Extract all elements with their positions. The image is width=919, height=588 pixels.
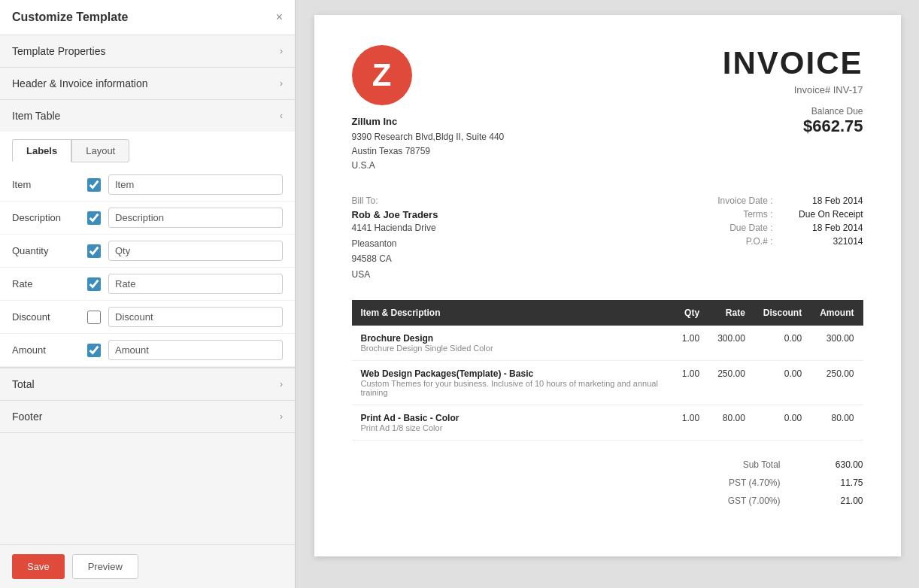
meta-value: Due On Receipt bbox=[788, 209, 863, 220]
checkbox-quantity[interactable] bbox=[87, 244, 101, 258]
field-label-discount: Discount bbox=[12, 311, 80, 323]
company-logo: Z bbox=[352, 45, 412, 105]
accordion-header-total[interactable]: Total › bbox=[0, 368, 295, 400]
close-button[interactable]: × bbox=[276, 11, 283, 24]
save-button[interactable]: Save bbox=[12, 554, 65, 579]
input-rate[interactable] bbox=[108, 274, 283, 294]
invoice-number: Invoice# INV-17 bbox=[723, 84, 863, 95]
fields-container: Item Description Quantity bbox=[0, 162, 295, 367]
accordion-label-header-invoice: Header & Invoice information bbox=[12, 77, 148, 89]
input-item[interactable] bbox=[108, 174, 283, 195]
input-amount[interactable] bbox=[108, 340, 283, 360]
item-description: Brochure Design Single Sided Color bbox=[361, 344, 664, 353]
total-key: PST (4.70%) bbox=[638, 477, 781, 488]
total-row: GST (7.00%) 21.00 bbox=[638, 492, 863, 510]
bill-to-block: Bill To: Rob & Joe Traders 4141 Hacienda… bbox=[352, 195, 438, 282]
item-discount: 0.00 bbox=[754, 405, 811, 440]
col-header-item-desc: Item & Description bbox=[352, 300, 673, 326]
meta-row: Terms : Due On Receipt bbox=[717, 209, 863, 220]
accordion-header-header-invoice[interactable]: Header & Invoice information › bbox=[0, 68, 295, 99]
preview-button[interactable]: Preview bbox=[72, 554, 138, 579]
accordion-header-template-properties[interactable]: Template Properties › bbox=[0, 35, 295, 67]
field-label-rate: Rate bbox=[12, 278, 80, 289]
company-info: Zillum Inc 9390 Research Blvd,Bldg II, S… bbox=[352, 114, 505, 173]
logo-letter: Z bbox=[372, 57, 392, 93]
chevron-right-icon-footer: › bbox=[280, 411, 283, 422]
balance-amount: $662.75 bbox=[723, 117, 863, 136]
field-row-discount: Discount bbox=[0, 301, 295, 334]
accordion-label-template-properties: Template Properties bbox=[12, 45, 106, 57]
item-amount: 250.00 bbox=[811, 360, 863, 405]
bill-to-label: Bill To: bbox=[352, 195, 438, 206]
item-desc-cell: Brochure Design Brochure Design Single S… bbox=[352, 326, 673, 361]
table-row: Print Ad - Basic - Color Print Ad 1/8 si… bbox=[352, 405, 863, 440]
field-label-amount: Amount bbox=[12, 344, 80, 356]
item-amount: 300.00 bbox=[811, 326, 863, 361]
bill-address1: 4141 Hacienda Drive bbox=[352, 220, 438, 235]
meta-key: P.O.# : bbox=[746, 236, 773, 247]
meta-key: Invoice Date : bbox=[717, 195, 772, 206]
chevron-up-icon: ‹ bbox=[280, 111, 283, 121]
right-panel: Z Zillum Inc 9390 Research Blvd,Bldg II,… bbox=[296, 0, 919, 588]
checkbox-item[interactable] bbox=[87, 178, 101, 192]
item-discount: 0.00 bbox=[754, 326, 811, 361]
input-discount[interactable] bbox=[108, 307, 283, 327]
col-header-rate: Rate bbox=[708, 300, 754, 326]
checkbox-discount[interactable] bbox=[87, 311, 101, 324]
col-header-amount: Amount bbox=[811, 300, 863, 326]
field-row-quantity: Quantity bbox=[0, 235, 295, 268]
table-header-row: Item & Description Qty Rate Discount Amo… bbox=[352, 300, 863, 326]
item-name: Web Design Packages(Template) - Basic bbox=[361, 368, 664, 379]
item-name: Brochure Design bbox=[361, 333, 664, 344]
total-row: PST (4.70%) 11.75 bbox=[638, 474, 863, 492]
chevron-right-icon-2: › bbox=[280, 78, 283, 89]
input-description[interactable] bbox=[108, 208, 283, 228]
tab-layout[interactable]: Layout bbox=[71, 139, 129, 162]
meta-value: 18 Feb 2014 bbox=[788, 223, 863, 233]
balance-label: Balance Due bbox=[723, 106, 863, 117]
item-rate: 80.00 bbox=[708, 405, 754, 440]
item-qty: 1.00 bbox=[673, 326, 708, 361]
input-quantity[interactable] bbox=[108, 241, 283, 261]
total-row: Sub Total 630.00 bbox=[638, 456, 863, 474]
meta-key: Due Date : bbox=[729, 223, 772, 233]
accordion-item-table: Item Table ‹ Labels Layout Item Descript… bbox=[0, 100, 295, 368]
field-label-item: Item bbox=[12, 179, 80, 190]
bill-to-address: 4141 Hacienda Drive Pleasanton 94588 CA … bbox=[352, 220, 438, 282]
table-row: Brochure Design Brochure Design Single S… bbox=[352, 326, 863, 361]
meta-row: Invoice Date : 18 Feb 2014 bbox=[717, 195, 863, 206]
bottom-buttons: Save Preview bbox=[0, 544, 295, 588]
accordion-body-item-table: Labels Layout Item Description bbox=[0, 132, 295, 367]
checkbox-description[interactable] bbox=[87, 211, 101, 225]
invoice-page: Z Zillum Inc 9390 Research Blvd,Bldg II,… bbox=[314, 15, 901, 556]
checkbox-amount[interactable] bbox=[87, 344, 101, 357]
item-table-tabs: Labels Layout bbox=[0, 132, 295, 162]
table-header: Item & Description Qty Rate Discount Amo… bbox=[352, 300, 863, 326]
total-value: 21.00 bbox=[811, 496, 863, 506]
accordion-header-item-table[interactable]: Item Table ‹ bbox=[0, 100, 295, 132]
accordion-header-footer[interactable]: Footer › bbox=[0, 401, 295, 432]
total-key: Sub Total bbox=[638, 459, 781, 470]
table-row: Web Design Packages(Template) - Basic Cu… bbox=[352, 360, 863, 405]
bill-to-name: Rob & Joe Traders bbox=[352, 209, 438, 220]
item-description: Print Ad 1/8 size Color bbox=[361, 423, 664, 432]
accordion-template-properties: Template Properties › bbox=[0, 35, 295, 68]
meta-row: P.O.# : 321014 bbox=[717, 236, 863, 247]
meta-key: Terms : bbox=[743, 209, 772, 220]
totals-section: Sub Total 630.00 PST (4.70%) 11.75 GST (… bbox=[352, 456, 863, 510]
item-desc-cell: Print Ad - Basic - Color Print Ad 1/8 si… bbox=[352, 405, 673, 440]
invoice-title: INVOICE bbox=[723, 45, 863, 81]
total-key: GST (7.00%) bbox=[638, 496, 781, 506]
tab-labels[interactable]: Labels bbox=[12, 139, 71, 162]
meta-value: 18 Feb 2014 bbox=[788, 195, 863, 206]
field-row-amount: Amount bbox=[0, 334, 295, 367]
item-table: Item & Description Qty Rate Discount Amo… bbox=[352, 300, 863, 441]
field-label-description: Description bbox=[12, 212, 80, 223]
meta-right: Invoice Date : 18 Feb 2014Terms : Due On… bbox=[717, 195, 863, 282]
chevron-right-icon: › bbox=[280, 46, 283, 56]
invoice-meta: Bill To: Rob & Joe Traders 4141 Hacienda… bbox=[352, 195, 863, 282]
checkbox-rate[interactable] bbox=[87, 277, 101, 291]
total-value: 630.00 bbox=[811, 459, 863, 470]
bill-address2: Pleasanton bbox=[352, 236, 438, 251]
accordion-footer: Footer › bbox=[0, 401, 295, 433]
